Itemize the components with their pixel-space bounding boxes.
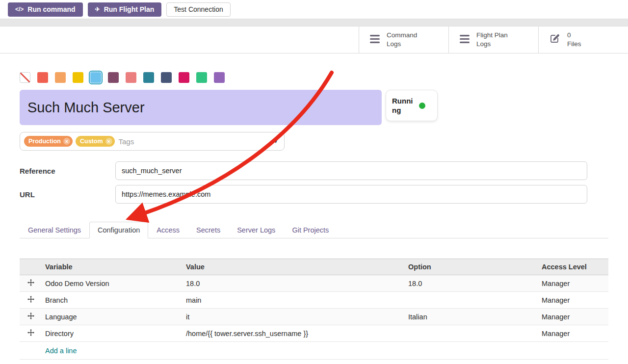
files-button[interactable]: 0 Files <box>538 26 628 53</box>
color-swatch[interactable] <box>37 72 48 83</box>
server-name-input[interactable] <box>20 90 382 125</box>
table-row: Branch main Manager <box>20 292 608 309</box>
tags-input[interactable]: Production × Custom × Tags ▾ <box>20 132 285 151</box>
cell-option[interactable]: Italian <box>405 309 539 325</box>
reference-input[interactable] <box>115 161 587 180</box>
column-header-handle <box>20 259 42 275</box>
cell-variable[interactable]: Odoo Demo Version <box>42 275 183 292</box>
tags-placeholder: Tags <box>119 137 134 146</box>
tag-remove-icon[interactable]: × <box>105 138 112 145</box>
code-icon: </> <box>15 6 24 13</box>
cell-access-level[interactable]: Manager <box>539 309 608 325</box>
tag-pill-production: Production × <box>24 136 73 147</box>
add-line-row: Add a line <box>20 342 608 360</box>
color-swatch[interactable] <box>161 72 172 83</box>
tab-access[interactable]: Access <box>148 222 188 238</box>
status-dot-icon <box>419 103 425 109</box>
drag-handle-icon[interactable] <box>20 292 42 309</box>
run-command-button[interactable]: </> Run command <box>8 2 83 17</box>
url-label: URL <box>20 190 115 199</box>
drag-handle-icon[interactable] <box>20 309 42 325</box>
reference-label: Reference <box>20 167 115 175</box>
bars-icon <box>370 35 380 45</box>
cell-access-level[interactable]: Manager <box>539 292 608 309</box>
tag-label: Production <box>28 138 61 145</box>
column-header-variable[interactable]: Variable <box>42 259 183 275</box>
cell-access-level[interactable]: Manager <box>539 325 608 342</box>
color-swatch-selected[interactable] <box>90 72 101 83</box>
form-sheet: Running Production × Custom × Tags ▾ Ref… <box>0 53 628 360</box>
add-a-line-link[interactable]: Add a line <box>45 347 77 355</box>
table-row: Directory /home/{{ tower.server.ssh_user… <box>20 325 608 342</box>
cell-value[interactable]: main <box>183 292 405 309</box>
tab-configuration[interactable]: Configuration <box>89 222 148 238</box>
table-header-row: Variable Value Option Access Level <box>20 259 608 275</box>
plane-icon: ✈ <box>95 6 100 13</box>
cell-value[interactable]: it <box>183 309 405 325</box>
url-input[interactable] <box>115 185 587 204</box>
name-row: Running <box>20 90 608 125</box>
reference-row: Reference <box>20 161 587 180</box>
color-swatch[interactable] <box>55 72 66 83</box>
status-label: Running <box>392 96 416 115</box>
cell-value[interactable]: /home/{{ tower.server.ssh_username }} <box>183 325 405 342</box>
tab-git-projects[interactable]: Git Projects <box>284 222 337 238</box>
tab-secrets[interactable]: Secrets <box>188 222 229 238</box>
drag-handle-icon[interactable] <box>20 275 42 292</box>
color-swatch[interactable] <box>143 72 154 83</box>
flight-plan-logs-button[interactable]: Flight Plan Logs <box>448 26 538 53</box>
page-background-band <box>0 19 628 26</box>
command-logs-button[interactable]: Command Logs <box>359 26 448 53</box>
cell-variable[interactable]: Language <box>42 309 183 325</box>
flight-plan-logs-label: Flight Plan Logs <box>476 31 508 48</box>
color-swatch-none[interactable] <box>20 72 30 83</box>
cell-variable[interactable]: Directory <box>42 325 183 342</box>
color-swatch[interactable] <box>214 72 225 83</box>
tab-server-logs[interactable]: Server Logs <box>229 222 284 238</box>
cell-option[interactable]: 18.0 <box>405 275 539 292</box>
color-swatch[interactable] <box>73 72 83 83</box>
drag-handle-icon[interactable] <box>20 325 42 342</box>
bars-icon <box>460 35 470 45</box>
url-row: URL <box>20 185 587 204</box>
form-tabs: General Settings Configuration Access Se… <box>20 222 608 238</box>
test-connection-label: Test Connection <box>174 5 223 13</box>
status-indicator: Running <box>386 90 438 121</box>
tag-pill-custom: Custom × <box>76 136 115 147</box>
cell-value[interactable]: 18.0 <box>183 275 405 292</box>
configuration-table: Variable Value Option Access Level Odoo … <box>20 259 608 360</box>
tag-label: Custom <box>80 138 103 145</box>
color-swatch[interactable] <box>179 72 189 83</box>
table-row: Language it Italian Manager <box>20 309 608 325</box>
column-header-option[interactable]: Option <box>405 259 539 275</box>
color-picker <box>20 72 608 83</box>
top-toolbar: </> Run command ✈ Run Flight Plan Test C… <box>0 0 628 19</box>
cell-option[interactable] <box>405 325 539 342</box>
cell-access-level[interactable]: Manager <box>539 275 608 292</box>
cell-variable[interactable]: Branch <box>42 292 183 309</box>
cell-option[interactable] <box>405 292 539 309</box>
test-connection-button[interactable]: Test Connection <box>166 2 230 17</box>
column-header-access-level[interactable]: Access Level <box>539 259 608 275</box>
table-row: Odoo Demo Version 18.0 18.0 Manager <box>20 275 608 292</box>
run-command-label: Run command <box>27 5 75 13</box>
form-header: Command Logs Flight Plan Logs 0 Files <box>0 26 628 53</box>
color-swatch[interactable] <box>108 72 119 83</box>
edit-icon <box>550 33 560 46</box>
tab-general-settings[interactable]: General Settings <box>20 222 89 238</box>
tag-remove-icon[interactable]: × <box>63 138 70 145</box>
chevron-down-icon[interactable]: ▾ <box>274 138 277 145</box>
run-flight-plan-label: Run Flight Plan <box>104 5 155 13</box>
files-label: 0 Files <box>567 31 581 48</box>
color-swatch[interactable] <box>126 72 136 83</box>
run-flight-plan-button[interactable]: ✈ Run Flight Plan <box>88 2 162 17</box>
color-swatch[interactable] <box>196 72 207 83</box>
column-header-value[interactable]: Value <box>183 259 405 275</box>
command-logs-label: Command Logs <box>387 31 417 48</box>
